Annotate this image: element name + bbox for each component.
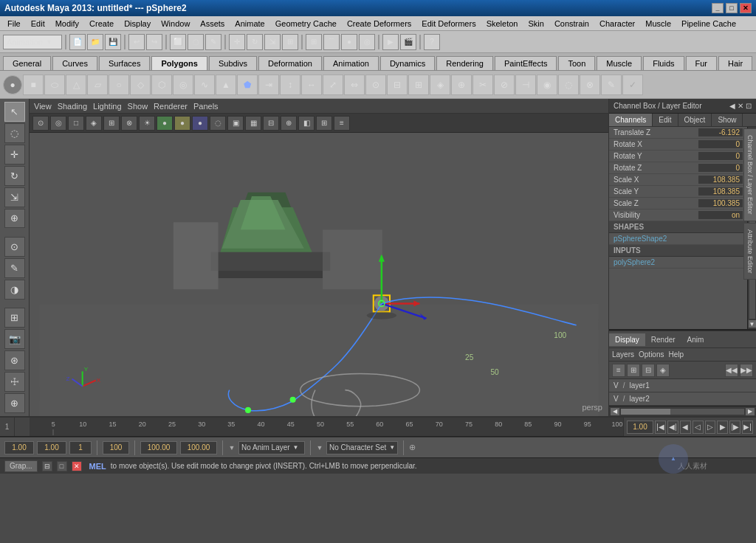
vp-tb-12[interactable]: ▣ (227, 116, 244, 131)
menu-geocache[interactable]: Geometry Cache (271, 18, 341, 29)
maximize-button[interactable]: □ (726, 3, 738, 13)
shelf-platonic[interactable]: ⬡ (151, 75, 172, 95)
close-button[interactable]: ✕ (740, 3, 752, 13)
menu-modify[interactable]: Modify (51, 18, 83, 29)
tb-lasso[interactable]: ◌ (188, 34, 204, 50)
shelf-arr4[interactable]: ⤢ (323, 75, 343, 95)
time-val2-input[interactable] (37, 441, 66, 454)
menu-display[interactable]: Display (120, 18, 155, 29)
tool-transform[interactable]: ⊕ (4, 209, 25, 229)
tab-toon[interactable]: Toon (558, 56, 595, 70)
chan-tab-edit[interactable]: Edit (653, 114, 678, 126)
tool-rotate[interactable]: ↻ (4, 166, 25, 186)
vp-tb-8[interactable]: ● (157, 116, 173, 131)
tb-transform[interactable]: ⊞ (282, 34, 298, 50)
tab-muscle[interactable]: Muscle (597, 56, 642, 70)
shelf-reduce[interactable]: ◌ (558, 75, 579, 95)
vp-tb-13[interactable]: ▦ (245, 116, 261, 131)
layer-scroll-left[interactable]: ◀ (611, 408, 619, 415)
layer-icon-2[interactable]: ⊞ (627, 364, 640, 377)
tool-pan[interactable]: ☩ (4, 372, 25, 392)
tb-undo[interactable]: ↩ (128, 34, 145, 50)
layer-1-name[interactable]: layer1 (629, 381, 649, 390)
vp-tb-3[interactable]: □ (68, 116, 84, 131)
tab-animation[interactable]: Animation (323, 56, 379, 70)
tool-orbit[interactable]: ⊛ (4, 350, 25, 370)
pb-prev-key[interactable]: ◀| (667, 421, 678, 434)
menu-editdef[interactable]: Edit Deformers (417, 18, 480, 29)
tab-general[interactable]: General (3, 56, 51, 70)
chan-tab-channels[interactable]: Channels (609, 114, 653, 126)
shelf-prism[interactable]: ◇ (130, 75, 151, 95)
tb-save[interactable]: 💾 (105, 34, 121, 50)
menu-create[interactable]: Create (85, 18, 118, 29)
vp-tb-18[interactable]: ≡ (334, 116, 350, 131)
timeline-ruler[interactable]: 5 10 15 20 25 30 35 40 45 50 55 60 65 70… (30, 418, 623, 436)
vm-shading[interactable]: Shading (58, 102, 87, 111)
vp-tb-15[interactable]: ⊕ (281, 116, 297, 131)
vp-tb-16[interactable]: ◧ (298, 116, 315, 131)
viewport-canvas[interactable]: 25 50 100 ⌖ X Y (30, 133, 608, 416)
tool-camera[interactable]: 📷 (4, 329, 25, 349)
tb-new[interactable]: 📄 (69, 34, 86, 50)
tool-lasso[interactable]: ◌ (4, 123, 25, 143)
pb-prev-frame[interactable]: ◀ (680, 421, 691, 434)
shelf-arr2[interactable]: ↕ (280, 75, 300, 95)
shelf-torus[interactable]: ○ (109, 75, 129, 95)
shelf-helix[interactable]: ∿ (194, 75, 215, 95)
tb-snap-curve[interactable]: ⌒ (323, 34, 340, 50)
vp-tb-11[interactable]: ◌ (210, 116, 226, 131)
tool-soft-sel[interactable]: ⊙ (4, 237, 25, 257)
layer-2-name[interactable]: layer2 (629, 395, 649, 403)
tab-hair[interactable]: Hair (718, 56, 752, 70)
tab-fluids[interactable]: Fluids (643, 56, 684, 70)
panel-close-icon[interactable]: ✕ (738, 102, 743, 110)
shelf-pyramid[interactable]: ▲ (216, 75, 236, 95)
layer-tab-display[interactable]: Display (609, 333, 645, 346)
pb-skip-start[interactable]: |◀ (655, 421, 666, 434)
vm-panels[interactable]: Panels (193, 102, 219, 111)
tab-dynamics[interactable]: Dynamics (380, 56, 435, 70)
shelf-cut[interactable]: ✂ (472, 75, 493, 95)
shelf-bridge[interactable]: ⊞ (408, 75, 429, 95)
vp-tb-14[interactable]: ⊟ (263, 116, 279, 131)
tb-open[interactable]: 📁 (87, 34, 103, 50)
pb-play-back[interactable]: ◁ (693, 421, 704, 434)
tb-scale[interactable]: ⇲ (264, 34, 281, 50)
shelf-plane[interactable]: ▱ (87, 75, 108, 95)
tb-snap-view[interactable]: ◎ (359, 34, 375, 50)
tb-rotate[interactable]: ↻ (247, 34, 263, 50)
current-time-input[interactable]: 1.00 (4, 441, 34, 454)
shelf-split[interactable]: ⊕ (451, 75, 472, 95)
shelf-pipe[interactable]: ◎ (173, 75, 193, 95)
chan-tab-object[interactable]: Object (678, 114, 712, 126)
pb-play-forward[interactable]: ▷ (705, 421, 716, 434)
pb-next-key[interactable]: |▶ (729, 421, 740, 434)
layer-icon-4[interactable]: ◈ (656, 364, 670, 377)
panel-expand-icon[interactable]: ⊡ (746, 102, 752, 110)
shelf-smooth[interactable]: ◉ (537, 75, 557, 95)
shelf-sel[interactable]: ⊙ (365, 75, 386, 95)
shelf-arr1[interactable]: ⇥ (258, 75, 279, 95)
tab-polygons[interactable]: Polygons (151, 56, 207, 70)
tab-subdivs[interactable]: Subdivs (209, 56, 257, 70)
mode-dropdown[interactable]: Animation ▼ (3, 35, 62, 49)
vp-tb-9[interactable]: ● (174, 116, 190, 131)
layer-scroll-right[interactable]: ▶ (746, 408, 755, 415)
tool-zoom[interactable]: ⊕ (4, 393, 25, 413)
layer-menu-help[interactable]: Help (668, 350, 684, 359)
tb-redo[interactable]: ↪ (146, 34, 162, 50)
shelf-extrude[interactable]: ⊟ (387, 75, 408, 95)
shelf-cone[interactable]: △ (66, 75, 86, 95)
anim-layer-dropdown[interactable]: No Anim Layer ▼ (238, 441, 305, 454)
tool-sculpt[interactable]: ◑ (4, 280, 25, 300)
tb-paint[interactable]: ✎ (205, 34, 221, 50)
minimize-button[interactable]: _ (712, 3, 724, 13)
layer-icon-nav2[interactable]: ▶▶ (740, 364, 753, 377)
shelf-paint2[interactable]: ✎ (601, 75, 622, 95)
shelf-arr5[interactable]: ⇔ (344, 75, 365, 95)
tab-painteffects[interactable]: PaintEffects (495, 56, 557, 70)
shelf-retopo[interactable]: ⊗ (580, 75, 600, 95)
tool-move[interactable]: ✛ (4, 145, 25, 165)
tab-curves[interactable]: Curves (52, 56, 97, 70)
